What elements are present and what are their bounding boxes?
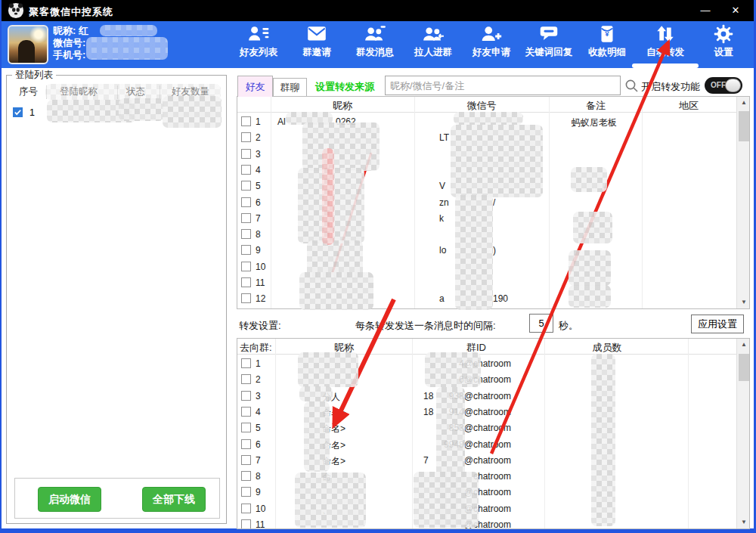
row-number: 8: [256, 229, 261, 240]
group-id-fragment: chatroom: [473, 471, 511, 482]
toolbar-item-label: 群邀请: [287, 46, 347, 59]
table-row: 8: [237, 227, 736, 243]
row-checkbox[interactable]: [241, 213, 251, 223]
interval-label: 每条转发发送一条消息时的间隔:: [355, 319, 496, 333]
scroll-thumb[interactable]: [739, 354, 749, 381]
toolbar: 好友列表群邀请群发消息拉人进群好友申请关键词回复¥收款明细自动转发设置: [228, 21, 746, 68]
scroll-up-button[interactable]: ▲: [737, 339, 750, 351]
groups-scrollbar[interactable]: ▲▼: [736, 339, 750, 528]
forward-settings-label: 转发设置:: [239, 319, 281, 333]
col-group-nickname: 昵称: [334, 341, 354, 355]
login-panel-title: 登陆列表: [12, 69, 56, 82]
toolbar-item-label: 拉人进群: [403, 46, 463, 59]
row-number: 5: [256, 423, 261, 433]
row-number: 5: [256, 181, 261, 191]
table-row: 14@chatroom: [237, 356, 736, 372]
row-number: 7: [256, 213, 261, 224]
toolbar-item-friend-apply[interactable]: 好友申请: [461, 24, 522, 59]
target-groups-table: 去向群:昵称群ID成员数14@chatroom26@chatroom3分人189…: [237, 338, 750, 529]
minimize-button[interactable]: —: [693, 0, 717, 21]
toolbar-item-label: 设置: [693, 46, 754, 59]
table-row: 26@chatroom: [237, 372, 736, 388]
group-message-icon: [345, 24, 405, 45]
start-wechat-button[interactable]: 启动微信: [38, 487, 101, 512]
row-checkbox[interactable]: [241, 374, 251, 384]
row-number: 9: [256, 487, 261, 497]
forward-toggle-switch[interactable]: OFF: [705, 77, 742, 94]
row-number: 11: [256, 277, 265, 288]
scroll-thumb[interactable]: [739, 111, 749, 141]
row-checkbox[interactable]: [241, 293, 251, 303]
search-icon[interactable]: [624, 79, 639, 96]
row-checkbox[interactable]: [241, 116, 251, 126]
set-forward-source-link[interactable]: 设置转发来源: [315, 80, 374, 94]
scroll-down-button[interactable]: ▼: [737, 516, 750, 528]
group-id-fragment: @chatroom: [464, 455, 511, 466]
group-id-fragment: 853@chatroom: [449, 423, 511, 433]
row-checkbox[interactable]: [241, 132, 251, 142]
apply-settings-button[interactable]: 应用设置: [691, 315, 744, 333]
row-checkbox[interactable]: [241, 165, 251, 175]
toolbar-item-group-message[interactable]: 群发消息: [345, 24, 405, 59]
row-checkbox[interactable]: [241, 277, 251, 287]
close-button[interactable]: ✕: [723, 0, 748, 21]
table-row: 7k: [237, 211, 736, 227]
settings-icon: [693, 24, 754, 45]
friends-scrollbar[interactable]: ▲▼: [736, 97, 750, 308]
table-row: 12a190: [237, 291, 736, 307]
group-id-fragment: 6@chatroom: [459, 374, 511, 385]
row-checkbox[interactable]: [241, 519, 251, 529]
group-id-fragment: 7: [423, 455, 429, 466]
row-number: 12: [256, 293, 265, 304]
toolbar-item-group-invite[interactable]: 群邀请: [287, 24, 347, 59]
table-row: 10: [237, 259, 736, 275]
tab-groups[interactable]: 群聊: [273, 78, 307, 97]
toolbar-item-pull-into-group[interactable]: 拉人进群: [403, 24, 463, 59]
table-row: 3分人18938@chatroom: [237, 389, 736, 404]
auto-forward-icon: [635, 24, 696, 45]
toolbar-item-label: 关键词回复: [519, 46, 579, 59]
group-nickname-fragment: 命名>: [322, 407, 345, 420]
login-row-checkbox[interactable]: [13, 107, 23, 117]
row-checkbox[interactable]: [241, 391, 251, 401]
row-checkbox[interactable]: [241, 439, 251, 449]
row-checkbox[interactable]: [241, 245, 251, 255]
row-checkbox[interactable]: [241, 149, 251, 159]
row-number: 6: [256, 439, 261, 450]
scroll-down-button[interactable]: ▼: [737, 296, 750, 308]
toolbar-item-payment-detail[interactable]: ¥收款明细: [577, 24, 637, 59]
row-checkbox[interactable]: [241, 504, 251, 513]
row-checkbox[interactable]: [241, 487, 251, 497]
table-row: 4命名>18914@chatroom: [237, 404, 736, 420]
all-offline-button[interactable]: 全部下线: [142, 487, 206, 512]
col-region: 地区: [679, 99, 699, 113]
search-input[interactable]: [385, 76, 621, 95]
table-row: 9@chatroom: [237, 485, 736, 500]
row-checkbox[interactable]: [241, 471, 251, 481]
login-col-num: 序号: [19, 85, 38, 98]
toolbar-item-label: 好友列表: [228, 46, 289, 59]
row-checkbox[interactable]: [241, 407, 251, 417]
tab-friends[interactable]: 好友: [237, 76, 273, 97]
login-buttons-box: 启动微信 全部下线: [14, 478, 220, 519]
row-checkbox[interactable]: [241, 358, 251, 368]
row-checkbox[interactable]: [241, 181, 251, 191]
col-group-id: 群ID: [466, 341, 486, 355]
row-checkbox[interactable]: [241, 423, 251, 432]
account-header: 昵称: 红 微信号: 手机号: 好友列表群邀请群发消息拉人进群好友申请关键词回复…: [2, 21, 754, 68]
row-checkbox[interactable]: [241, 229, 251, 239]
row-checkbox[interactable]: [241, 197, 251, 207]
toolbar-item-settings[interactable]: 设置: [693, 24, 754, 59]
toggle-knob: [725, 79, 741, 92]
toolbar-item-friend-list[interactable]: 好友列表: [228, 24, 289, 59]
toolbar-item-keyword-reply[interactable]: 关键词回复: [519, 24, 579, 59]
row-checkbox[interactable]: [241, 455, 251, 465]
group-id-fragment: 18: [423, 407, 433, 417]
toolbar-item-auto-forward[interactable]: 自动转发: [635, 24, 696, 59]
col-note: 备注: [586, 99, 606, 113]
wechat-id-fragment: a: [439, 293, 445, 304]
active-tab-underline: [632, 64, 699, 68]
row-checkbox[interactable]: [241, 262, 251, 271]
scroll-up-button[interactable]: ▲: [737, 97, 750, 109]
interval-input[interactable]: [529, 314, 553, 333]
